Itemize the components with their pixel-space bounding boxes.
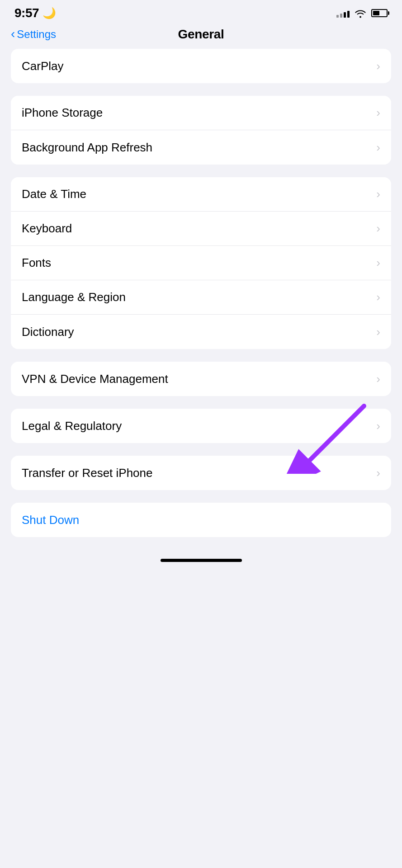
transfer-reset-chevron-icon: ›	[376, 466, 380, 480]
shut-down-row[interactable]: Shut Down	[11, 503, 391, 537]
iphone-storage-row[interactable]: iPhone Storage ›	[11, 96, 391, 130]
date-time-row[interactable]: Date & Time ›	[11, 177, 391, 212]
carplay-chevron-icon: ›	[376, 59, 380, 73]
carplay-row[interactable]: CarPlay ›	[11, 49, 391, 83]
dictionary-row[interactable]: Dictionary ›	[11, 315, 391, 349]
vpn-device-management-row[interactable]: VPN & Device Management ›	[11, 362, 391, 396]
vpn-group: VPN & Device Management ›	[11, 362, 391, 396]
background-app-refresh-row[interactable]: Background App Refresh ›	[11, 130, 391, 165]
settings-content: CarPlay › iPhone Storage › Background Ap…	[0, 49, 402, 537]
dictionary-label: Dictionary	[22, 325, 74, 339]
moon-icon: 🌙	[43, 7, 56, 19]
shut-down-label: Shut Down	[22, 513, 79, 527]
status-bar: 9:57 🌙	[0, 0, 402, 24]
status-icons	[336, 8, 388, 18]
fonts-row[interactable]: Fonts ›	[11, 246, 391, 280]
keyboard-label: Keyboard	[22, 222, 72, 236]
back-chevron-icon: ‹	[11, 28, 15, 40]
page-title: General	[178, 27, 224, 42]
transfer-section: Transfer or Reset iPhone ›	[11, 456, 391, 490]
background-app-refresh-label: Background App Refresh	[22, 141, 152, 155]
back-label: Settings	[17, 28, 56, 41]
back-button[interactable]: ‹ Settings	[11, 28, 56, 41]
carplay-label: CarPlay	[22, 59, 63, 73]
signal-icon	[336, 9, 350, 18]
home-indicator	[0, 550, 402, 569]
date-time-chevron-icon: ›	[376, 187, 380, 201]
legal-regulatory-label: Legal & Regulatory	[22, 419, 122, 433]
language-region-label: Language & Region	[22, 290, 126, 304]
storage-group: iPhone Storage › Background App Refresh …	[11, 96, 391, 165]
fonts-chevron-icon: ›	[376, 256, 380, 270]
iphone-storage-chevron-icon: ›	[376, 106, 380, 120]
iphone-storage-label: iPhone Storage	[22, 106, 103, 120]
dictionary-chevron-icon: ›	[376, 325, 380, 339]
status-time: 9:57	[14, 6, 39, 20]
transfer-reset-label: Transfer or Reset iPhone	[22, 466, 153, 480]
language-region-chevron-icon: ›	[376, 290, 380, 304]
keyboard-chevron-icon: ›	[376, 222, 380, 236]
legal-chevron-icon: ›	[376, 419, 380, 433]
home-bar	[161, 559, 242, 562]
wifi-icon	[354, 8, 367, 18]
background-app-refresh-chevron-icon: ›	[376, 141, 380, 155]
locale-group: Date & Time › Keyboard › Fonts › Languag…	[11, 177, 391, 349]
vpn-chevron-icon: ›	[376, 372, 380, 386]
carplay-group: CarPlay ›	[11, 49, 391, 83]
purple-arrow-annotation	[283, 401, 373, 474]
shut-down-group: Shut Down	[11, 503, 391, 537]
battery-icon	[371, 9, 388, 17]
vpn-device-management-label: VPN & Device Management	[22, 372, 168, 386]
keyboard-row[interactable]: Keyboard ›	[11, 212, 391, 246]
fonts-label: Fonts	[22, 256, 51, 270]
date-time-label: Date & Time	[22, 187, 86, 201]
language-region-row[interactable]: Language & Region ›	[11, 280, 391, 315]
nav-bar: ‹ Settings General	[0, 24, 402, 49]
